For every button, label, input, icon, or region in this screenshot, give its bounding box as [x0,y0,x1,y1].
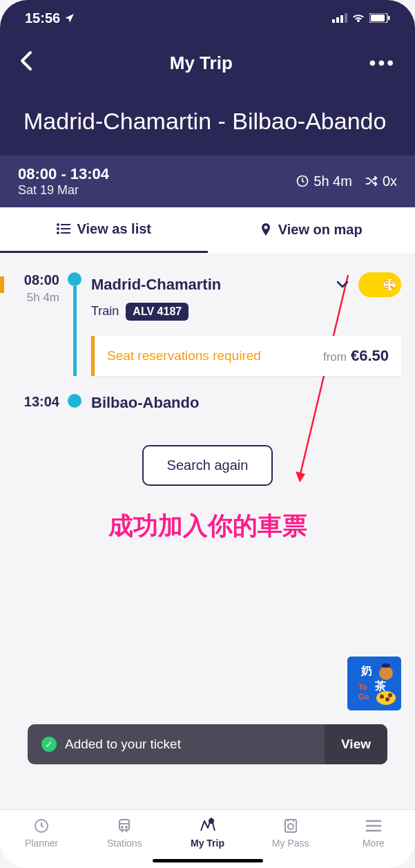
page-title: My Trip [170,53,233,74]
search-again-button[interactable]: Search again [142,445,273,486]
clock-icon [296,174,309,188]
battery-icon [369,13,390,23]
nav-mypass[interactable]: My Pass [249,817,332,849]
svg-point-30 [380,695,384,699]
svg-point-12 [57,232,59,234]
watermark-icon: 奶 茶 To Go [347,657,401,710]
home-indicator[interactable] [153,859,263,862]
tab-view-as-list[interactable]: View as list [0,207,208,253]
train-row: Train ALV 4187 [91,303,401,321]
svg-rect-2 [340,15,343,23]
wifi-icon [351,13,365,23]
transfers-value: 0x [383,173,397,189]
duration-stat: 5h 4m [296,173,352,189]
status-icons [332,13,390,23]
trip-segment-end: 13:04 Bilbao-Abando [14,394,401,412]
header-top: My Trip ••• [14,41,401,90]
timeline [68,272,81,376]
pass-icon [282,818,299,834]
toast-text: Added to your ticket [65,737,181,752]
svg-text:Go: Go [358,692,369,701]
annotation-text: 成功加入你的車票 [14,509,401,543]
content-area: 08:00 5h 4m Madrid-Chamartin Train [0,253,415,563]
svg-rect-6 [388,16,390,20]
departure-station: Madrid-Chamartin [91,276,221,294]
shuffle-icon [365,174,378,188]
svg-point-40 [288,824,293,829]
svg-rect-11 [61,228,70,229]
svg-text:奶: 奶 [360,665,372,677]
nav-planner[interactable]: Planner [0,817,83,849]
svg-rect-34 [119,820,129,830]
seat-price: from €6.50 [323,347,389,365]
pin-icon [260,223,271,237]
accent-bar [0,276,4,293]
expand-segment-button[interactable] [336,279,349,291]
price-value: €6.50 [351,347,389,365]
nav-more[interactable]: More [332,817,415,849]
segment-duration: 5h 4m [14,291,59,305]
arrival-station: Bilbao-Abando [91,394,401,412]
list-icon [57,223,70,234]
signal-icon [332,13,347,23]
status-time: 15:56 [25,10,75,26]
svg-text:茶: 茶 [374,680,386,692]
transfers-stat: 0x [365,173,397,189]
toast-view-button[interactable]: View [325,724,387,764]
view-tabs: View as list View on map [0,207,415,253]
qr-icon [383,279,396,291]
tab-view-on-map[interactable]: View on map [208,207,416,253]
duration-value: 5h 4m [313,173,352,189]
tab-list-label: View as list [77,221,151,237]
nav-stations[interactable]: Stations [83,817,166,849]
chevron-left-icon [19,50,33,72]
more-button[interactable]: ••• [369,52,396,74]
from-label: from [323,350,347,364]
train-number-badge: ALV 4187 [126,303,189,321]
timeline-end [68,394,81,412]
train-label: Train [91,304,119,319]
arrival-time-col: 13:04 [14,394,68,412]
arrival-info: Bilbao-Abando [81,394,401,412]
status-bar: 15:56 [0,0,415,36]
svg-rect-39 [285,820,296,832]
seat-reservation-box[interactable]: Seat reservations required from €6.50 [91,336,401,376]
nav-mypass-label: My Pass [272,838,309,849]
tab-map-label: View on map [278,222,363,238]
added-toast: ✓ Added to your ticket View [28,724,387,764]
watermark-badge: 奶 茶 To Go [347,657,401,710]
svg-point-35 [122,827,123,828]
ticket-qr-toggle[interactable] [358,272,401,297]
route-map-icon [199,817,217,835]
svg-point-8 [57,223,59,226]
header: My Trip ••• Madrid-Chamartin - Bilbao-Ab… [0,36,415,155]
chevron-down-icon [336,280,349,288]
svg-point-31 [385,697,389,701]
svg-point-36 [126,827,127,828]
nav-more-label: More [363,838,385,849]
back-button[interactable] [19,50,33,76]
toast-content: ✓ Added to your ticket [28,724,195,764]
trip-times: 08:00 - 13:04 [18,165,109,183]
trip-segment: 08:00 5h 4m Madrid-Chamartin Train [14,272,401,376]
departure-time-col: 08:00 5h 4m [14,272,68,376]
trip-summary-bar: 08:00 - 13:04 Sat 19 Mar 5h 4m 0x [0,155,415,207]
check-icon: ✓ [41,737,57,752]
nav-mytrip[interactable]: My Trip [166,817,249,849]
svg-rect-3 [345,13,347,23]
svg-text:To: To [358,683,367,691]
departure-time: 08:00 [14,272,59,288]
svg-rect-5 [371,15,385,21]
trip-date: Sat 19 Mar [18,183,109,198]
svg-point-27 [379,666,393,680]
svg-marker-15 [296,471,305,482]
svg-point-32 [388,693,392,697]
seat-text: Seat reservations required [107,348,261,364]
clock-icon [33,818,50,834]
svg-rect-1 [336,17,339,23]
nav-planner-label: Planner [25,838,58,849]
trip-time-block: 08:00 - 13:04 Sat 19 Mar [18,165,109,198]
trip-stats: 5h 4m 0x [296,173,397,189]
location-services-icon [64,12,75,23]
arrival-time: 13:04 [14,394,59,410]
